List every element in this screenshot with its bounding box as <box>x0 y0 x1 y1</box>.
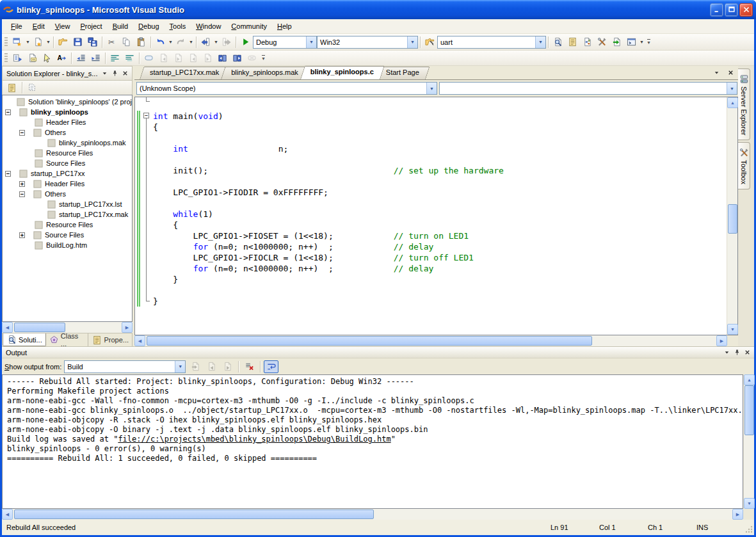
code-surface[interactable]: int main(void){ int n; init(); // set up… <box>152 97 727 335</box>
toolbar-overflow-button[interactable]: ▼ <box>259 51 268 65</box>
solution-configurations-combo[interactable]: Debug▼ <box>253 36 317 49</box>
command-window-button[interactable] <box>624 35 639 49</box>
toolbar-grip[interactable] <box>4 37 8 47</box>
chevron-down-icon[interactable]: ▼ <box>535 36 545 48</box>
tree-item[interactable]: startup_LPC17xx.lst <box>3 199 132 209</box>
output-source-combo[interactable]: Build ▼ <box>64 360 186 373</box>
start-page-button[interactable] <box>609 35 624 49</box>
side-tab-server-explorer[interactable]: Server Explorer <box>738 68 750 140</box>
start-debugging-button[interactable] <box>238 35 253 49</box>
tool-window-tab-prope[interactable]: Prope... <box>88 333 133 346</box>
comment-selection-button[interactable] <box>108 51 122 65</box>
menu-item-tools[interactable]: Tools <box>165 20 191 33</box>
menu-item-community[interactable]: Community <box>226 20 272 33</box>
find-in-files-button[interactable] <box>422 35 437 49</box>
command-window-button-chevron-icon[interactable]: ▼ <box>639 35 645 49</box>
menu-item-debug[interactable]: Debug <box>133 20 164 33</box>
resize-grip[interactable] <box>725 520 754 535</box>
editor-hscrollbar[interactable]: ◀ ▶ <box>134 335 738 346</box>
collapse-expander-icon[interactable]: − <box>19 191 25 197</box>
toolbox-button[interactable] <box>595 35 609 49</box>
pushpin-icon[interactable] <box>110 68 120 78</box>
tree-item[interactable]: BuildLog.htm <box>3 240 132 250</box>
scroll-right-arrow[interactable]: ▶ <box>716 335 727 346</box>
menu-item-view[interactable]: View <box>50 20 76 33</box>
undo-button[interactable] <box>153 35 168 49</box>
save-button[interactable] <box>70 35 85 49</box>
toolbar-grip[interactable] <box>4 53 8 63</box>
tool-window-tab-soluti[interactable]: Soluti... <box>3 333 46 346</box>
menu-item-help[interactable]: Help <box>272 20 297 33</box>
object-browser-button[interactable] <box>580 35 595 49</box>
decrease-indent-button[interactable] <box>74 51 88 65</box>
tab-list-chevron-icon[interactable] <box>712 68 721 77</box>
scroll-thumb[interactable] <box>14 509 374 519</box>
close-document-icon[interactable] <box>726 68 736 77</box>
panel-menu-chevron-icon[interactable] <box>100 68 109 78</box>
tree-item[interactable]: +Source Files <box>3 230 132 240</box>
scroll-up-arrow[interactable]: ▲ <box>727 97 738 108</box>
undo-button-chevron-icon[interactable]: ▼ <box>168 35 173 49</box>
scroll-thumb[interactable] <box>14 323 65 332</box>
output-vscrollbar[interactable]: ▲ ▼ <box>743 374 754 509</box>
scroll-down-arrow[interactable]: ▼ <box>744 498 755 509</box>
add-new-item-button-chevron-icon[interactable]: ▼ <box>45 35 51 49</box>
menu-item-build[interactable]: Build <box>108 20 133 33</box>
parameter-info-button[interactable] <box>25 51 40 65</box>
minimize-button[interactable] <box>710 3 723 17</box>
expand-expander-icon[interactable]: + <box>19 232 25 238</box>
uncomment-selection-button[interactable] <box>122 51 137 65</box>
scroll-left-arrow[interactable]: ◀ <box>2 509 13 520</box>
scroll-thumb[interactable] <box>728 204 737 234</box>
pushpin-icon[interactable] <box>732 348 742 357</box>
tree-item[interactable]: −startup_LPC17xx <box>3 168 132 179</box>
close-button[interactable] <box>739 3 753 17</box>
collapse-expander-icon[interactable]: − <box>19 130 25 136</box>
collapse-region-icon[interactable] <box>143 113 149 118</box>
chevron-down-icon[interactable]: ▼ <box>306 36 316 48</box>
new-project-button[interactable] <box>10 35 25 49</box>
next-bookmark-in-document-button[interactable] <box>230 51 245 65</box>
scroll-thumb[interactable] <box>744 385 754 435</box>
find-combo[interactable]: uart▼ <box>437 36 546 49</box>
types-combo[interactable]: (Unknown Scope) ▼ <box>136 82 437 95</box>
close-panel-icon[interactable] <box>120 68 130 78</box>
scroll-right-arrow[interactable]: ▶ <box>122 322 133 333</box>
collapse-expander-icon[interactable]: − <box>5 171 11 177</box>
menu-item-project[interactable]: Project <box>75 20 107 33</box>
navigate-backward-button[interactable] <box>198 35 213 49</box>
quick-info-button[interactable] <box>40 51 54 65</box>
scroll-left-arrow[interactable]: ◀ <box>134 335 145 346</box>
show-all-files-button[interactable] <box>26 82 39 94</box>
chevron-down-icon[interactable]: ▼ <box>727 83 737 94</box>
save-all-button[interactable] <box>85 35 100 49</box>
tree-item[interactable]: startup_LPC17xx.mak <box>3 209 132 220</box>
scroll-up-arrow[interactable]: ▲ <box>744 374 755 385</box>
scroll-down-arrow[interactable]: ▼ <box>727 324 738 335</box>
menu-item-file[interactable]: File <box>6 20 28 33</box>
properties-window-button[interactable] <box>565 35 580 49</box>
increase-indent-button[interactable] <box>88 51 103 65</box>
tree-item[interactable]: +Header Files <box>3 179 132 189</box>
display-member-list-button[interactable] <box>10 51 25 65</box>
scroll-thumb[interactable] <box>147 336 592 346</box>
paste-button[interactable] <box>134 35 149 49</box>
tool-window-tab-class[interactable]: Class ... <box>46 333 89 346</box>
output-content[interactable]: ------ Rebuild All started: Project: bli… <box>2 374 743 509</box>
chevron-down-icon[interactable]: ▼ <box>175 361 185 373</box>
close-panel-icon[interactable] <box>743 348 752 357</box>
chevron-down-icon[interactable]: ▼ <box>407 36 417 48</box>
clear-all-button[interactable] <box>242 360 257 373</box>
new-project-button-chevron-icon[interactable]: ▼ <box>25 35 31 49</box>
chevron-down-icon[interactable]: ▼ <box>426 83 437 94</box>
tree-item[interactable]: blinky_spinloops.mak <box>3 138 132 148</box>
previous-bookmark-in-document-button[interactable] <box>215 51 230 65</box>
build-log-link[interactable]: file://c:\projects\mbed\blinky_spinloops… <box>118 435 390 444</box>
members-combo[interactable]: ▼ <box>439 82 737 95</box>
menu-item-window[interactable]: Window <box>191 20 226 33</box>
output-hscrollbar[interactable]: ◀ ▶ <box>2 509 743 520</box>
complete-word-button[interactable]: A <box>54 51 69 65</box>
document-tab-blinky_spinloops.c[interactable]: blinky_spinloops.c <box>300 66 380 79</box>
tree-item[interactable]: Header Files <box>3 117 132 127</box>
add-new-item-button[interactable] <box>31 35 45 49</box>
